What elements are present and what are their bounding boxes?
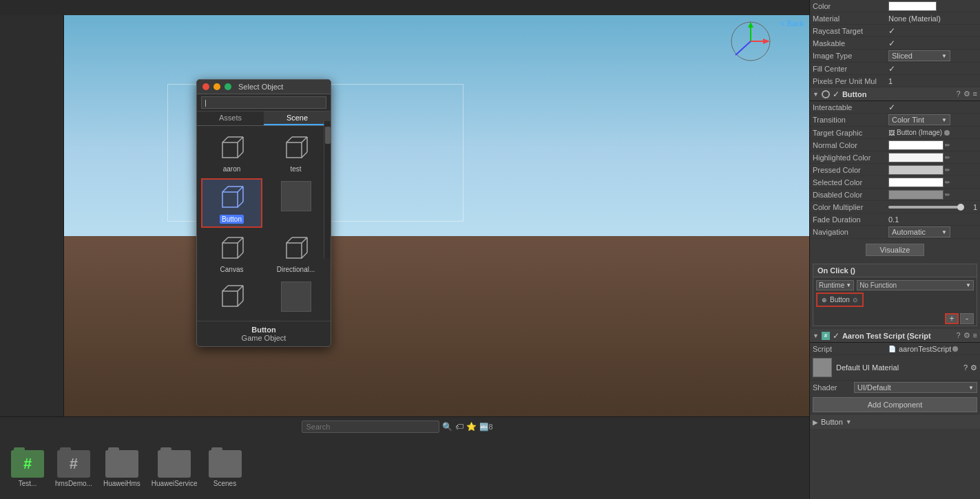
maskable-checkmark[interactable]: ✓ <box>888 39 895 48</box>
close-button[interactable] <box>202 83 209 90</box>
menu-icon[interactable]: ≡ <box>973 89 977 98</box>
script-enabled-checkmark[interactable]: ✓ <box>833 331 840 341</box>
dialog-item-button[interactable]: Button <box>201 178 262 228</box>
disabled-color-swatch[interactable] <box>888 190 943 200</box>
navigation-dropdown[interactable]: Automatic ▼ <box>888 226 950 237</box>
gear-icon[interactable]: ⚙ <box>963 89 970 98</box>
button-ref-box[interactable]: ⊕ Button ⊙ <box>816 293 864 307</box>
shader-dropdown[interactable]: UI/Default ▼ <box>854 382 977 393</box>
interactable-checkmark[interactable]: ✓ <box>888 103 895 112</box>
asset-icon-scenes <box>209 450 242 478</box>
slider-thumb[interactable] <box>957 204 964 211</box>
viewport-content: Button <box>64 15 809 416</box>
tab-assets[interactable]: Assets <box>197 112 264 125</box>
image-type-dropdown[interactable]: Sliced ▼ <box>888 50 950 61</box>
bottom-bar: 🔍 🏷 ⭐ 🔤8 # Test... # hmsDemo... <box>0 416 809 499</box>
svg-line-11 <box>222 137 228 142</box>
material-question-icon[interactable]: ? <box>963 363 968 372</box>
target-graphic-label: Target Graphic <box>813 129 888 137</box>
pencil-icon-selected[interactable]: ✏ <box>945 179 950 186</box>
svg-line-45 <box>238 301 243 306</box>
script-select-dot[interactable] <box>952 346 958 352</box>
svg-rect-10 <box>222 142 238 158</box>
pencil-icon-normal[interactable]: ✏ <box>945 142 950 149</box>
footer-title: Button <box>201 326 326 334</box>
pencil-icon-highlighted[interactable]: ✏ <box>945 154 950 161</box>
star-icon: ⭐ <box>466 422 477 432</box>
tag-icon: 🏷 <box>455 422 463 432</box>
interactable-row: Interactable ✓ <box>810 101 980 114</box>
raycast-checkmark[interactable]: ✓ <box>888 26 895 36</box>
cube-icon-directional <box>281 233 311 264</box>
count-badge: 🔤8 <box>479 423 493 432</box>
component-icon <box>822 90 830 98</box>
svg-marker-6 <box>748 22 753 28</box>
visualize-row: Visualize <box>810 239 980 261</box>
pixels-per-unit-row: Pixels Per Unit Mul 1 <box>810 75 980 87</box>
dialog-item-directional[interactable]: Directional... <box>265 231 326 276</box>
dialog-item-canvas[interactable]: Canvas <box>201 231 262 276</box>
maskable-label: Maskable <box>813 39 888 47</box>
asset-item-hmsdemo[interactable]: # hmsDemo... <box>55 450 92 487</box>
image-icon: 🖼 <box>888 129 895 136</box>
raycast-target-value: ✓ <box>888 26 977 36</box>
script-question-icon[interactable]: ? <box>956 331 960 340</box>
asset-item-test[interactable]: # Test... <box>11 450 44 487</box>
ref-circle-icon: ⊙ <box>853 297 858 304</box>
pressed-color-value: ✏ <box>888 165 977 175</box>
normal-color-swatch[interactable] <box>888 140 943 150</box>
transition-dropdown[interactable]: Color Tint ▼ <box>888 114 950 125</box>
svg-rect-28 <box>222 243 238 258</box>
dialog-item-test[interactable]: test <box>265 130 326 176</box>
item-label-test: test <box>290 165 301 173</box>
pencil-icon-disabled[interactable]: ✏ <box>945 191 950 198</box>
scene-viewport[interactable]: Button < Back <box>64 15 809 416</box>
material-icons: ? ⚙ <box>963 363 977 372</box>
tab-scene[interactable]: Scene <box>264 112 331 125</box>
svg-rect-16 <box>286 142 302 158</box>
highlighted-color-swatch[interactable] <box>888 153 943 162</box>
pressed-color-swatch[interactable] <box>888 165 943 175</box>
selected-color-swatch[interactable] <box>888 178 943 187</box>
shader-chevron-icon: ▼ <box>968 385 974 391</box>
empty2-icon <box>281 282 311 312</box>
maximize-button[interactable] <box>225 83 231 90</box>
search-input[interactable] <box>201 96 326 109</box>
transition-label: Transition <box>813 116 888 124</box>
add-listener-button[interactable]: + <box>945 313 959 324</box>
button-section-header[interactable]: ▼ ✓ Button ? ⚙ ≡ <box>810 87 980 101</box>
asset-item-huaweihms[interactable]: HuaweiHms <box>103 450 140 487</box>
minimize-button[interactable] <box>213 83 220 90</box>
remove-listener-button[interactable]: - <box>960 313 974 324</box>
color-multiplier-slider[interactable]: 1 <box>888 203 977 211</box>
visualize-button[interactable]: Visualize <box>866 244 925 256</box>
back-button[interactable]: < Back <box>780 19 804 28</box>
pencil-icon-pressed[interactable]: ✏ <box>945 167 950 173</box>
fill-center-checkmark[interactable]: ✓ <box>888 64 895 74</box>
chevron-down-icon: ▼ <box>941 53 947 59</box>
dialog-item-empty[interactable] <box>265 178 326 228</box>
asset-item-scenes[interactable]: Scenes <box>209 450 242 487</box>
target-graphic-value: 🖼 Button (Image) <box>888 129 977 136</box>
dialog-item-empty2[interactable] <box>265 279 326 317</box>
script-section-header[interactable]: ▼ # ✓ Aaron Test Script (Script ? ⚙ ≡ <box>810 329 980 343</box>
asset-item-huaweiservice[interactable]: HuaweiService <box>152 450 198 487</box>
dialog-item-aaron[interactable]: aaron <box>201 130 262 176</box>
disabled-color-row: Disabled Color ✏ <box>810 189 980 201</box>
image-type-row: Image Type Sliced ▼ <box>810 50 980 63</box>
color-swatch-main[interactable] <box>888 1 937 11</box>
question-icon[interactable]: ? <box>956 89 960 98</box>
project-search-input[interactable] <box>302 421 439 433</box>
add-component-button[interactable]: Add Component <box>813 397 977 412</box>
script-gear-icon[interactable]: ⚙ <box>963 331 970 340</box>
dialog-item-cube3[interactable] <box>201 279 262 317</box>
material-gear-icon[interactable]: ⚙ <box>970 363 977 372</box>
script-menu-icon[interactable]: ≡ <box>973 331 977 340</box>
runtime-dropdown[interactable]: Runtime ▼ <box>816 280 854 290</box>
cube-icon-aaron <box>217 133 247 163</box>
enabled-checkmark[interactable]: ✓ <box>833 89 840 99</box>
color-multiplier-value: 1 <box>888 203 977 211</box>
no-function-dropdown[interactable]: No Function ▼ <box>857 280 974 290</box>
target-select-dot[interactable] <box>944 130 950 136</box>
search-icon: 🔍 <box>442 422 452 432</box>
